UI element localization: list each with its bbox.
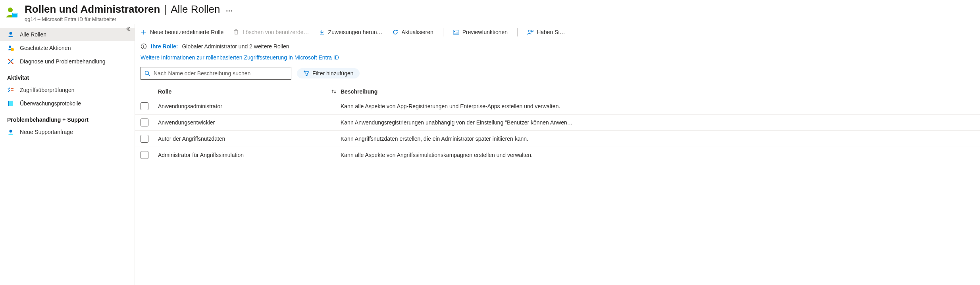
shield-person-icon: [7, 44, 14, 52]
column-header-description[interactable]: Beschreibung: [341, 88, 974, 95]
svg-point-17: [145, 71, 149, 75]
roles-table: Rolle Beschreibung Anwendungsadministrat…: [135, 85, 980, 285]
sort-icon[interactable]: [331, 89, 337, 94]
sidebar-item-alle-rollen[interactable]: Alle Rollen: [0, 28, 135, 41]
download-icon: [319, 29, 325, 35]
sidebar-item-label: Zugriffsüberprüfungen: [20, 87, 75, 93]
svg-point-12: [454, 31, 455, 32]
support-icon: [7, 128, 14, 136]
sidebar-item-zugriffsueberpruefungen[interactable]: Zugriffsüberprüfungen: [0, 83, 135, 97]
checklist-icon: [7, 86, 14, 94]
role-name-link[interactable]: Anwendungsadministrator: [158, 103, 222, 109]
person-icon: [7, 31, 14, 38]
svg-rect-1: [12, 13, 17, 17]
toolbar-separator: [443, 28, 443, 36]
page-title: Rollen und Administratoren | Alle Rollen…: [25, 3, 233, 15]
trash-icon: [233, 29, 239, 35]
search-box[interactable]: [141, 67, 291, 80]
feedback-person-icon: [527, 29, 533, 35]
role-description: Kann alle Aspekte von Angriffssimulation…: [341, 152, 974, 158]
sidebar-item-geschuetzte-aktionen[interactable]: Geschützte Aktionen: [0, 41, 135, 55]
search-input[interactable]: [154, 70, 288, 77]
main-content: Neue benutzerdefinierte Rolle Löschen vo…: [135, 24, 980, 285]
table-header: Rolle Beschreibung: [135, 85, 980, 98]
table-row[interactable]: Anwendungsadministrator Kann alle Aspekt…: [135, 98, 980, 115]
preview-features-button[interactable]: Previewfunktionen: [453, 29, 508, 35]
svg-point-13: [528, 30, 530, 32]
breadcrumb: qg14 – Microsoft Entra ID für Mitarbeite…: [25, 16, 233, 22]
refresh-button[interactable]: Aktualisieren: [392, 29, 433, 35]
rbac-info-link[interactable]: Weitere Informationen zur rollenbasierte…: [141, 54, 339, 61]
svg-rect-2: [13, 13, 17, 14]
sidebar-item-ueberwachungsprotokolle[interactable]: Überwachungsprotokolle: [0, 97, 135, 110]
page-header: Rollen und Administratoren | Alle Rollen…: [0, 0, 980, 24]
toolbar: Neue benutzerdefinierte Rolle Löschen vo…: [135, 24, 980, 40]
role-description: Kann alle Aspekte von App-Registrierunge…: [341, 103, 974, 109]
svg-rect-9: [9, 101, 13, 106]
role-name-link[interactable]: Autor der Angriffsnutzdaten: [158, 136, 225, 142]
add-filter-button[interactable]: Filter hinzufügen: [297, 68, 360, 78]
svg-point-4: [9, 46, 11, 48]
sidebar-section-activity: Aktivität: [0, 68, 135, 83]
row-checkbox[interactable]: [141, 151, 148, 159]
roles-admin-icon: [5, 6, 19, 20]
search-icon: [144, 70, 150, 77]
svg-point-15: [143, 45, 144, 46]
book-icon: [7, 100, 14, 107]
plus-icon: [141, 29, 147, 35]
more-button[interactable]: …: [225, 5, 233, 13]
role-description: Kann Anwendungsregistrierungen unabhängi…: [341, 119, 974, 126]
svg-point-3: [10, 32, 12, 35]
column-header-role[interactable]: Rolle: [158, 88, 341, 95]
sidebar-section-support: Problembehandlung + Support: [0, 110, 135, 125]
refresh-icon: [392, 29, 399, 35]
sidebar-item-label: Diagnose und Problembehandlung: [20, 58, 106, 65]
table-row[interactable]: Anwendungsentwickler Kann Anwendungsregi…: [135, 115, 980, 131]
delete-button: Löschen von benutzerde…: [233, 29, 309, 35]
svg-point-5: [11, 48, 14, 51]
new-custom-role-button[interactable]: Neue benutzerdefinierte Rolle: [141, 29, 223, 35]
svg-rect-16: [143, 46, 144, 48]
table-row[interactable]: Autor der Angriffsnutzdaten Kann Angriff…: [135, 131, 980, 147]
row-checkbox[interactable]: [141, 119, 148, 126]
sidebar-item-diagnose[interactable]: Diagnose und Problembehandlung: [0, 55, 135, 68]
role-name-link[interactable]: Anwendungsentwickler: [158, 119, 215, 126]
preview-icon: [453, 29, 459, 35]
row-checkbox[interactable]: [141, 135, 148, 143]
svg-point-10: [10, 130, 12, 133]
rbac-info-link-row: Weitere Informationen zur rollenbasierte…: [135, 53, 980, 67]
tools-icon: [7, 58, 14, 65]
sidebar-item-label: Geschützte Aktionen: [20, 45, 71, 51]
sidebar-item-label: Alle Rollen: [20, 31, 46, 38]
info-icon: [141, 43, 147, 50]
sidebar: Alle Rollen Geschützte Aktionen Diagnose…: [0, 24, 135, 285]
table-row[interactable]: Administrator für Angriffssimulation Kan…: [135, 147, 980, 163]
role-description: Kann Angriffsnutzdaten erstellen, die ei…: [341, 136, 974, 142]
svg-line-18: [148, 75, 150, 76]
sidebar-item-label: Neue Supportanfrage: [20, 129, 73, 135]
row-checkbox[interactable]: [141, 102, 148, 110]
sidebar-item-label: Überwachungsprotokolle: [20, 100, 81, 107]
download-assignments-button[interactable]: Zuweisungen herun…: [319, 29, 383, 35]
your-role-info[interactable]: Ihre Rolle: Globaler Administrator und 2…: [135, 40, 980, 53]
feedback-button[interactable]: Haben Si…: [527, 29, 565, 35]
svg-point-0: [8, 8, 13, 12]
filter-row: Filter hinzufügen: [135, 67, 980, 85]
filter-icon: [303, 70, 309, 77]
collapse-sidebar-button[interactable]: [125, 26, 131, 32]
sidebar-item-neue-supportanfrage[interactable]: Neue Supportanfrage: [0, 125, 135, 139]
role-name-link[interactable]: Administrator für Angriffssimulation: [158, 152, 244, 158]
toolbar-separator: [517, 28, 518, 36]
